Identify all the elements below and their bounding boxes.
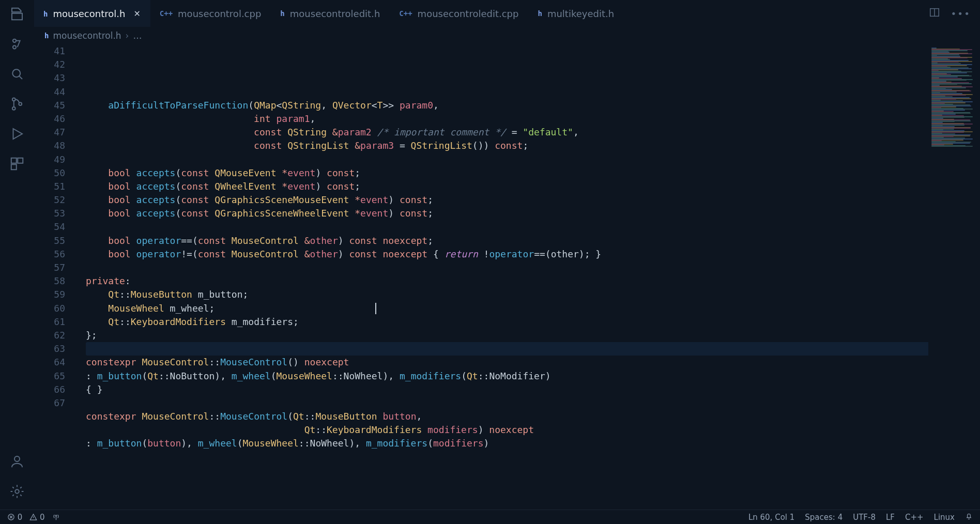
svg-rect-6	[11, 158, 17, 163]
file-type-icon: h	[44, 32, 49, 40]
close-icon[interactable]: ✕	[133, 9, 140, 19]
code-line[interactable]: bool operator!=(const MouseControl &othe…	[86, 248, 980, 261]
status-bell-icon[interactable]	[965, 512, 973, 522]
tab-label: mousecontroledit.h	[290, 8, 380, 19]
code-line[interactable]: aDifficultToParseFunction(QMap<QString, …	[86, 99, 980, 112]
status-eol[interactable]: LF	[886, 513, 895, 522]
line-number[interactable]: 58	[34, 274, 70, 288]
file-type-icon: h	[280, 9, 284, 18]
code-line[interactable]: const QString &param2 /* important comme…	[86, 126, 980, 139]
activity-bar	[0, 0, 34, 510]
line-number[interactable]: 64	[34, 356, 70, 369]
source-control-icon[interactable]	[9, 96, 25, 112]
explorer-icon[interactable]	[9, 6, 25, 22]
status-os[interactable]: Linux	[934, 513, 955, 522]
line-number-gutter[interactable]: 4142434445464748495051525354555657585960…	[34, 44, 70, 510]
tab-mousecontroledit-cpp[interactable]: C++mousecontroledit.cpp	[390, 0, 528, 27]
tab-label: mousecontroledit.cpp	[418, 8, 519, 19]
code-line[interactable]: MouseWheel m_wheel;	[86, 302, 980, 315]
minimap[interactable]	[928, 44, 980, 496]
code-line[interactable]: bool accepts(const QMouseEvent *event) c…	[86, 166, 980, 180]
status-line-col[interactable]: Ln 60, Col 1	[748, 513, 794, 522]
line-number[interactable]: 57	[34, 261, 70, 274]
status-spaces[interactable]: Spaces: 4	[805, 513, 843, 522]
tab-mousecontrol-h[interactable]: hmousecontrol.h✕	[34, 0, 150, 27]
line-number[interactable]: 54	[34, 220, 70, 234]
code-line[interactable]: { }	[86, 383, 980, 396]
code-line[interactable]	[86, 261, 980, 274]
code-line[interactable]: bool operator==(const MouseControl &othe…	[86, 234, 980, 248]
line-number[interactable]: 44	[34, 85, 70, 99]
code-line[interactable]: Qt::MouseButton m_button;	[86, 288, 980, 301]
chevron-right-icon: ›	[126, 30, 129, 41]
line-number[interactable]: 61	[34, 315, 70, 329]
line-number[interactable]: 67	[34, 396, 70, 410]
svg-point-9	[14, 456, 20, 461]
code-line[interactable]: int param1,	[86, 112, 980, 126]
line-number[interactable]: 52	[34, 193, 70, 207]
line-number[interactable]: 60	[34, 302, 70, 315]
editor-area: hmousecontrol.h✕C++mousecontrol.cpphmous…	[34, 0, 980, 510]
code-line[interactable]	[86, 220, 980, 234]
status-encoding[interactable]: UTF-8	[853, 513, 876, 522]
svg-rect-8	[11, 164, 17, 169]
file-type-icon: h	[43, 10, 48, 18]
run-debug-icon[interactable]	[9, 126, 25, 142]
code-line[interactable]: : m_button(Qt::NoButton), m_wheel(MouseW…	[86, 369, 980, 383]
line-number[interactable]: 53	[34, 207, 70, 220]
code-line[interactable]: Qt::KeyboardModifiers modifiers) noexcep…	[86, 423, 980, 437]
more-icon[interactable]: •••	[951, 8, 971, 19]
code-line[interactable]: Qt::KeyboardModifiers m_modifiers;	[86, 315, 980, 329]
line-number[interactable]: 43	[34, 71, 70, 85]
extensions-icon[interactable]	[9, 156, 25, 172]
tab-mousecontrol-cpp[interactable]: C++mousecontrol.cpp	[150, 0, 271, 27]
svg-point-4	[12, 107, 16, 110]
line-number[interactable]: 62	[34, 329, 70, 342]
status-warnings[interactable]: 0	[29, 513, 44, 522]
code-line[interactable]: bool accepts(const QGraphicsSceneWheelEv…	[86, 207, 980, 220]
code-line[interactable]: constexpr MouseControl::MouseControl(Qt:…	[86, 410, 980, 423]
tab-multikeyedit-h[interactable]: hmultikeyedit.h	[528, 0, 624, 27]
line-number[interactable]: 65	[34, 369, 70, 383]
line-number[interactable]: 66	[34, 383, 70, 396]
search-icon[interactable]	[9, 66, 25, 82]
code-line[interactable]	[86, 85, 980, 99]
status-errors[interactable]: 0	[7, 513, 22, 522]
code-editor[interactable]: aDifficultToParseFunction(QMap<QString, …	[70, 44, 980, 510]
code-line[interactable]: private:	[86, 274, 980, 288]
code-line[interactable]: constexpr MouseControl::MouseControl() n…	[86, 356, 980, 369]
line-number[interactable]: 47	[34, 126, 70, 139]
line-number[interactable]: 56	[34, 248, 70, 261]
status-radio-tower-icon[interactable]	[52, 513, 60, 522]
code-line[interactable]	[86, 153, 980, 166]
svg-point-3	[12, 98, 16, 101]
line-number[interactable]: 42	[34, 58, 70, 71]
breadcrumb[interactable]: h mousecontrol.h › …	[34, 27, 980, 44]
settings-icon[interactable]	[9, 484, 25, 499]
tab-label: mousecontrol.h	[53, 8, 125, 19]
line-number[interactable]: 55	[34, 234, 70, 248]
code-line[interactable]	[86, 396, 980, 410]
project-icon[interactable]	[9, 36, 25, 52]
line-number[interactable]: 46	[34, 112, 70, 126]
status-language[interactable]: C++	[905, 513, 924, 522]
text-caret	[375, 303, 376, 314]
code-line[interactable]: bool accepts(const QWheelEvent *event) c…	[86, 180, 980, 193]
line-number[interactable]: 48	[34, 139, 70, 152]
code-line[interactable]: : m_button(button), m_wheel(MouseWheel::…	[86, 437, 980, 450]
code-line[interactable]: bool accepts(const QGraphicsSceneMouseEv…	[86, 193, 980, 207]
split-editor-icon[interactable]	[929, 7, 940, 20]
breadcrumb-trail: …	[133, 30, 142, 41]
code-line[interactable]: };	[86, 329, 980, 342]
code-line[interactable]	[86, 342, 980, 356]
line-number[interactable]: 50	[34, 166, 70, 180]
account-icon[interactable]	[9, 454, 25, 469]
line-number[interactable]: 45	[34, 99, 70, 112]
line-number[interactable]: 59	[34, 288, 70, 301]
code-line[interactable]: const QStringList &param3 = QStringList(…	[86, 139, 980, 152]
line-number[interactable]: 63	[34, 342, 70, 356]
line-number[interactable]: 51	[34, 180, 70, 193]
line-number[interactable]: 49	[34, 153, 70, 166]
tab-mousecontroledit-h[interactable]: hmousecontroledit.h	[271, 0, 390, 27]
line-number[interactable]: 41	[34, 44, 70, 58]
